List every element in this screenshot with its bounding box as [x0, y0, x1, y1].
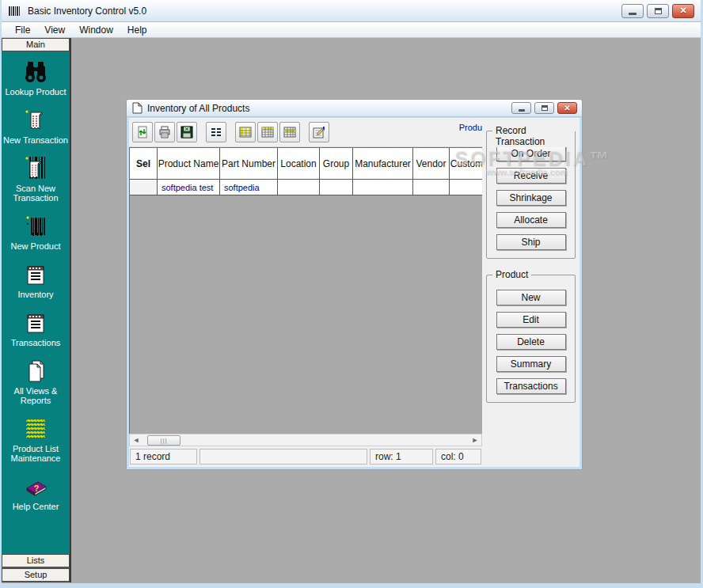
- sidebar-item-label: Product List Maintenance: [2, 444, 69, 463]
- cell-sel[interactable]: [130, 180, 158, 195]
- refresh-button[interactable]: [132, 122, 153, 142]
- transactions-button[interactable]: Transactions: [496, 378, 566, 394]
- notepad-icon: [22, 310, 49, 336]
- edit-button[interactable]: Edit: [496, 312, 566, 328]
- maximize-button[interactable]: [647, 4, 669, 18]
- documents-icon: [22, 358, 49, 384]
- rows-view-button[interactable]: [206, 122, 226, 142]
- save-icon: [180, 126, 193, 138]
- status-bar: 1 record row: 1 col: 0: [129, 446, 482, 467]
- column-header-part-number[interactable]: Part Number: [220, 148, 278, 180]
- child-close-button[interactable]: ✕: [557, 102, 577, 114]
- status-record-count: 1 record: [130, 449, 197, 465]
- ship-button[interactable]: Ship: [496, 234, 566, 250]
- svg-text:?: ?: [33, 484, 40, 493]
- sidebar-item-new-transaction[interactable]: New Transaction: [2, 108, 70, 145]
- tab-main[interactable]: Main: [2, 38, 70, 51]
- column-header-group[interactable]: Group: [320, 148, 353, 180]
- sidebar: Main Lookup Product New Transaction Scan…: [2, 38, 71, 582]
- on-order-button[interactable]: On Order: [496, 146, 566, 161]
- sidebar-item-product-list-maintenance[interactable]: Product List Maintenance: [2, 416, 70, 463]
- products-link[interactable]: Produ: [459, 123, 482, 132]
- document-icon: [131, 102, 142, 114]
- sidebar-item-lookup-product[interactable]: Lookup Product: [2, 59, 70, 97]
- column-header-manufacturer[interactable]: Manufacturer: [353, 148, 413, 180]
- record-transaction-group-title: Record Transaction: [492, 125, 575, 147]
- column-header-vendor[interactable]: Vendor: [413, 148, 450, 180]
- receive-button[interactable]: Receive: [496, 168, 566, 184]
- allocate-button[interactable]: Allocate: [496, 212, 566, 228]
- sidebar-item-scan-new-transaction[interactable]: Scan New Transaction: [2, 156, 70, 203]
- minimize-button[interactable]: [621, 4, 644, 18]
- close-icon: ✕: [564, 104, 570, 112]
- cell-manufacturer[interactable]: [353, 180, 413, 195]
- inventory-window-title: Inventory of All Products: [147, 103, 511, 114]
- receipt-barcode-icon: [22, 156, 49, 181]
- column-header-product-name[interactable]: Product Name: [158, 148, 220, 180]
- sidebar-item-all-views-reports[interactable]: All Views & Reports: [2, 358, 70, 405]
- tab-setup[interactable]: Setup: [2, 568, 70, 582]
- horizontal-scrollbar[interactable]: ◄ ||| ►: [129, 434, 482, 446]
- cell-location[interactable]: [278, 180, 320, 195]
- column-header-sel[interactable]: Sel: [130, 148, 158, 180]
- sidebar-item-label: New Transaction: [2, 135, 69, 145]
- inventory-window-titlebar[interactable]: Inventory of All Products ✕: [127, 100, 582, 117]
- barcode-new-icon: [22, 214, 49, 239]
- table-row[interactable]: softpedia test softpedia: [130, 180, 482, 195]
- inventory-window: Inventory of All Products ✕: [126, 99, 583, 470]
- menu-view[interactable]: View: [37, 23, 72, 37]
- child-minimize-button[interactable]: [511, 102, 531, 114]
- delete-button[interactable]: Delete: [496, 334, 566, 350]
- column-header-custom[interactable]: Custom: [450, 148, 482, 180]
- sidebar-item-label: Scan New Transaction: [2, 184, 69, 203]
- form-properties-button[interactable]: [309, 122, 329, 142]
- summary-button[interactable]: Summary: [496, 356, 566, 372]
- scroll-left-arrow[interactable]: ◄: [130, 434, 142, 446]
- sidebar-item-label: All Views & Reports: [2, 386, 69, 405]
- sidebar-item-new-product[interactable]: New Product: [2, 214, 70, 251]
- close-button[interactable]: ✕: [672, 4, 694, 18]
- help-book-icon: ?: [22, 474, 49, 499]
- grid-empty-area: [129, 195, 482, 434]
- menu-file[interactable]: File: [8, 23, 37, 37]
- cell-product-name[interactable]: softpedia test: [158, 180, 220, 195]
- app-window: Basic Inventory Control v5.0 ✕ File View…: [0, 0, 703, 588]
- grid-highlight-icon: [239, 126, 252, 138]
- tab-lists[interactable]: Lists: [2, 554, 70, 567]
- sidebar-item-help-center[interactable]: ? Help Center: [2, 474, 70, 511]
- scrollbar-thumb[interactable]: |||: [147, 435, 180, 446]
- refresh-icon: [136, 126, 149, 138]
- status-row: row: 1: [370, 449, 433, 465]
- grid-header-row: Sel Product Name Part Number Location Gr…: [130, 148, 482, 180]
- column-header-location[interactable]: Location: [278, 148, 320, 180]
- menu-help[interactable]: Help: [120, 23, 154, 37]
- inventory-toolbar: Produ: [129, 118, 482, 147]
- cell-group[interactable]: [320, 180, 353, 195]
- menu-window[interactable]: Window: [72, 23, 120, 37]
- sidebar-item-label: New Product: [2, 241, 69, 251]
- cell-vendor[interactable]: [413, 180, 450, 195]
- new-button[interactable]: New: [496, 290, 566, 305]
- cell-custom[interactable]: [450, 180, 482, 195]
- grid-view-wide-button[interactable]: [235, 122, 256, 142]
- main-titlebar: Basic Inventory Control v5.0 ✕: [2, 0, 701, 22]
- grid-view-compact-button[interactable]: [279, 122, 300, 142]
- cell-part-number[interactable]: softpedia: [220, 180, 278, 195]
- save-button[interactable]: [177, 122, 197, 142]
- print-button[interactable]: [154, 122, 175, 142]
- grid-view-narrow-button[interactable]: [257, 122, 278, 142]
- window-title: Basic Inventory Control v5.0: [28, 6, 621, 17]
- rows-icon: [210, 126, 222, 138]
- shrinkage-button[interactable]: Shrinkage: [496, 190, 566, 206]
- status-col: col: 0: [435, 449, 481, 465]
- close-icon: ✕: [679, 6, 686, 15]
- inventory-grid: Sel Product Name Part Number Location Gr…: [129, 147, 482, 195]
- record-transaction-group: Record Transaction On Order Receive Shri…: [486, 131, 576, 259]
- sidebar-item-label: Lookup Product: [2, 87, 69, 97]
- sidebar-item-transactions[interactable]: Transactions: [2, 310, 70, 347]
- child-maximize-button[interactable]: [534, 102, 554, 114]
- scroll-right-arrow[interactable]: ►: [469, 434, 481, 446]
- grid-row-highlight-icon: [283, 126, 296, 138]
- sidebar-item-label: Transactions: [2, 338, 69, 347]
- sidebar-item-inventory[interactable]: Inventory: [2, 262, 70, 299]
